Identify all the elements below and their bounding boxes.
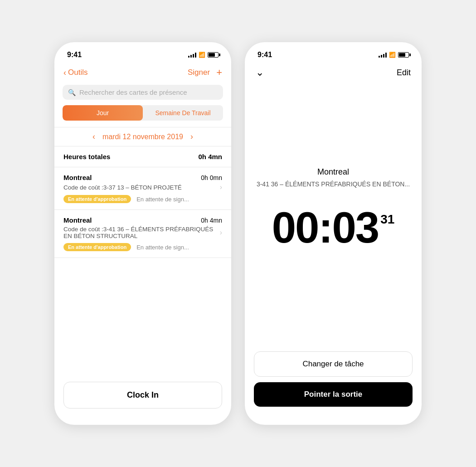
search-bar[interactable]: 🔍 Rechercher des cartes de présence	[63, 85, 223, 100]
edit-button[interactable]: Edit	[397, 68, 411, 78]
back-label: Outils	[68, 68, 87, 77]
total-value: 0h 4mn	[198, 153, 222, 161]
date-nav: ‹ mardi 12 novembre 2019 ›	[54, 127, 231, 146]
battery-icon-right	[398, 52, 409, 58]
segment-semaine[interactable]: Semaine De Travail	[143, 105, 223, 121]
timer-hours: 00	[272, 203, 319, 252]
clock-in-button[interactable]: Clock In	[63, 382, 222, 409]
timer-code: 3-41 36 – ÉLÉMENTS PRÉFABRIQUÉS EN BÉTON…	[257, 180, 410, 188]
timecard-2[interactable]: Montreal 0h 4mn Code de coût :3-41 36 – …	[54, 210, 231, 258]
status-bar-right: 9:41 📶	[245, 42, 422, 64]
wifi-icon: 📶	[199, 52, 205, 58]
battery-icon	[208, 52, 219, 58]
signal-icon-right	[379, 52, 387, 58]
timecard-2-status: En attente de sign...	[136, 244, 189, 251]
total-label: Heures totales	[63, 153, 110, 161]
timer-minutes: 03	[332, 203, 379, 252]
timecard-1-code: Code de coût :3-37 13 – BÉTON PROJETÉ	[63, 184, 182, 191]
timer-seconds: 31	[380, 212, 394, 227]
timecard-1-badge: En attente d'approbation	[63, 195, 131, 203]
timecard-2-hours: 0h 4mn	[201, 217, 222, 224]
status-icons-left: 📶	[188, 52, 219, 58]
timer-location: Montreal	[317, 167, 349, 177]
timecard-1-chevron: ›	[220, 183, 222, 191]
timecard-2-code: Code de coût :3-41 36 – ÉLÉMENTS PRÉFABR…	[63, 226, 220, 239]
segment-control: Jour Semaine De Travail	[63, 105, 223, 121]
clock-in-container: Clock In	[54, 382, 231, 425]
timer-section: Montreal 3-41 36 – ÉLÉMENTS PRÉFABRIQUÉS…	[245, 88, 422, 351]
dismiss-button[interactable]: ⌄	[256, 67, 264, 78]
status-time-left: 9:41	[67, 51, 82, 59]
right-nav: ⌄ Edit	[245, 64, 422, 88]
timer-display: 00:03 31	[272, 206, 395, 249]
total-hours-row: Heures totales 0h 4mn	[54, 146, 231, 167]
search-icon: 🔍	[68, 89, 76, 96]
segment-jour[interactable]: Jour	[63, 105, 143, 121]
timecard-2-location: Montreal	[63, 216, 92, 224]
prev-date-button[interactable]: ‹	[92, 132, 95, 141]
next-date-button[interactable]: ›	[190, 132, 193, 141]
change-task-button[interactable]: Changer de tâche	[254, 351, 413, 377]
timecard-1-status: En attente de sign...	[136, 196, 189, 203]
search-placeholder: Rechercher des cartes de présence	[79, 88, 187, 96]
status-time-right: 9:41	[257, 51, 272, 59]
wifi-icon-right: 📶	[389, 52, 396, 58]
timecard-1[interactable]: Montreal 0h 0mn Code de coût :3-37 13 – …	[54, 167, 231, 210]
status-bar-left: 9:41 📶	[54, 42, 231, 64]
add-button[interactable]: +	[216, 67, 222, 78]
clock-out-button[interactable]: Pointer la sortie	[254, 382, 413, 407]
timer-colon: :	[318, 203, 332, 252]
timecard-2-chevron: ›	[220, 229, 222, 237]
sign-button[interactable]: Signer	[188, 68, 210, 77]
right-phone: 9:41 📶 ⌄ Edit Montreal 3-41 36	[245, 42, 422, 425]
timer-main-time: 00:03	[272, 206, 379, 249]
left-phone: 9:41 📶 ‹ Outils Signer	[54, 42, 231, 425]
timecard-1-location: Montreal	[63, 174, 92, 181]
signal-icon	[188, 52, 196, 58]
chevron-left-icon: ‹	[63, 68, 66, 78]
right-buttons: Changer de tâche Pointer la sortie	[245, 351, 422, 425]
current-date: mardi 12 novembre 2019	[102, 133, 183, 141]
back-button[interactable]: ‹ Outils	[63, 68, 87, 78]
nav-actions: Signer +	[188, 67, 222, 78]
nav-bar-left: ‹ Outils Signer +	[54, 64, 231, 83]
status-icons-right: 📶	[379, 52, 409, 58]
timecard-1-hours: 0h 0mn	[201, 174, 222, 181]
timecard-2-badge: En attente d'approbation	[63, 243, 131, 251]
